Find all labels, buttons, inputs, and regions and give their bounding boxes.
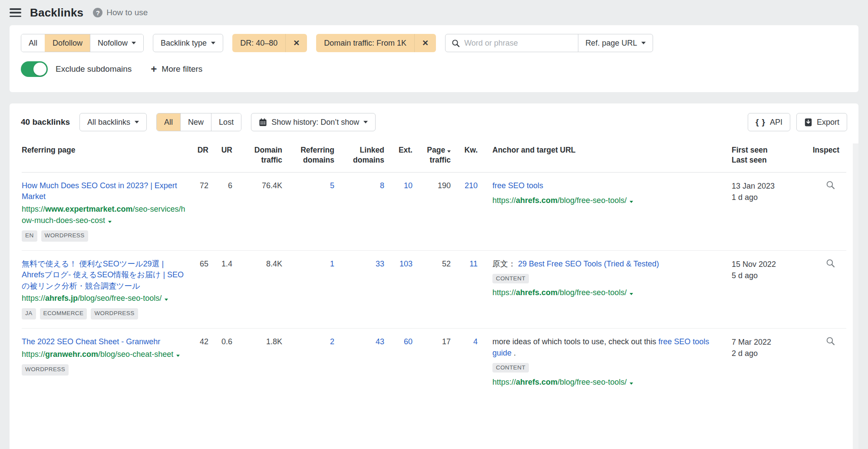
- anchor-cell: 原文： 29 Best Free SEO Tools (Tried & Test…: [478, 250, 727, 329]
- url-expand-icon[interactable]: [630, 293, 633, 295]
- backlinks-table-wrap: Referring page DR UR Domaintraffic Refer…: [10, 142, 858, 396]
- col-seen[interactable]: First seenLast seen: [727, 142, 810, 172]
- segment-state-new[interactable]: New: [180, 113, 211, 131]
- referring-domains-link[interactable]: 2: [330, 337, 334, 346]
- segment-dofollow[interactable]: Dofollow: [45, 34, 90, 52]
- state-segmented-control: All New Lost: [156, 113, 241, 131]
- url-expand-icon[interactable]: [630, 201, 633, 203]
- url-expand-icon[interactable]: [108, 221, 112, 223]
- anchor-link[interactable]: 29 Best Free SEO Tools (Tried & Tested): [518, 259, 659, 268]
- how-to-use-link[interactable]: ? How to use: [93, 8, 148, 17]
- inspect-icon[interactable]: [826, 336, 835, 346]
- referring-page-cell: How Much Does SEO Cost in 2023? | Expert…: [22, 172, 187, 250]
- dr-cell: 72: [187, 172, 208, 250]
- referring-page-link[interactable]: 無料で使える！ 便利なSEOツール29選 | Ahrefsブログ- 使えるSEO…: [22, 259, 187, 292]
- url-expand-icon[interactable]: [630, 382, 633, 385]
- referring-domains-link[interactable]: 5: [330, 181, 334, 190]
- filter-chip-dr-label[interactable]: DR: 40–80: [232, 39, 285, 48]
- table-row: 無料で使える！ 便利なSEOツール29選 | Ahrefsブログ- 使えるSEO…: [22, 250, 846, 329]
- target-url[interactable]: https://ahrefs.com/blog/free-seo-tools/: [492, 287, 727, 298]
- segment-state-lost[interactable]: Lost: [211, 113, 241, 131]
- language-badge: EN: [22, 230, 37, 242]
- filter-chip-domain-traffic-label[interactable]: Domain traffic: From 1K: [316, 39, 414, 48]
- referring-page-cell: 無料で使える！ 便利なSEOツール29選 | Ahrefsブログ- 使えるSEO…: [22, 250, 187, 329]
- referring-domains-cell: 5: [282, 172, 334, 250]
- linked-domains-link[interactable]: 33: [376, 259, 384, 268]
- calendar-icon: [259, 118, 267, 126]
- badges: WORDPRESS: [22, 364, 187, 376]
- backlinks-view-dropdown[interactable]: All backlinks: [79, 113, 147, 131]
- col-dr[interactable]: DR: [187, 142, 208, 172]
- inspect-icon[interactable]: [826, 259, 835, 268]
- col-ur[interactable]: UR: [208, 142, 232, 172]
- table-header-row: Referring page DR UR Domaintraffic Refer…: [22, 142, 846, 172]
- ext-link[interactable]: 60: [404, 337, 413, 346]
- segment-state-all[interactable]: All: [157, 113, 180, 131]
- linked-domains-cell: 33: [334, 250, 384, 329]
- linked-domains-link[interactable]: 43: [376, 337, 384, 346]
- braces-icon: { }: [756, 117, 766, 127]
- anchor-prefix: 原文：: [492, 259, 516, 268]
- exclude-subdomains-toggle[interactable]: [21, 61, 48, 77]
- target-url[interactable]: https://ahrefs.com/blog/free-seo-tools/: [492, 195, 727, 206]
- referring-page-url[interactable]: https://www.expertmarket.com/seo-service…: [22, 203, 187, 226]
- target-url[interactable]: https://ahrefs.com/blog/free-seo-tools/: [492, 376, 727, 388]
- last-seen: 5 d ago: [732, 270, 810, 281]
- url-expand-icon[interactable]: [165, 299, 168, 301]
- badges: EN WORDPRESS: [22, 230, 187, 242]
- remove-domain-traffic-filter-icon[interactable]: ✕: [414, 34, 436, 52]
- domain-traffic-cell: 76.4K: [232, 172, 282, 250]
- scrollbar-track[interactable]: [853, 143, 858, 449]
- linked-domains-link[interactable]: 8: [380, 181, 384, 190]
- platform-badge: WORDPRESS: [91, 308, 138, 319]
- show-history-dropdown[interactable]: Show history: Don’t show: [251, 113, 376, 131]
- col-anchor[interactable]: Anchor and target URL: [478, 142, 727, 172]
- how-to-use-label: How to use: [106, 8, 148, 17]
- platform-badge: WORDPRESS: [41, 230, 88, 242]
- ext-cell: 10: [384, 172, 413, 250]
- api-button[interactable]: { } API: [748, 113, 790, 131]
- remove-dr-filter-icon[interactable]: ✕: [285, 34, 307, 52]
- ext-link[interactable]: 103: [399, 259, 413, 268]
- anchor-prefix: more ideas of which tools to use, check …: [492, 337, 656, 346]
- col-page-traffic[interactable]: Page traffic: [413, 142, 451, 172]
- referring-page-url[interactable]: https://granwehr.com/blog/seo-cheat-shee…: [22, 349, 187, 360]
- referring-page-link[interactable]: How Much Does SEO Cost in 2023? | Expert…: [22, 180, 187, 203]
- linked-domains-cell: 43: [334, 329, 384, 396]
- dr-cell: 42: [187, 329, 208, 396]
- segment-all[interactable]: All: [21, 34, 45, 52]
- referring-domains-cell: 2: [282, 329, 334, 396]
- col-kw[interactable]: Kw.: [451, 142, 478, 172]
- export-button[interactable]: Export: [796, 113, 847, 131]
- search-scope-dropdown[interactable]: Ref. page URL: [578, 34, 653, 52]
- menu-icon[interactable]: [10, 8, 21, 17]
- inspect-icon[interactable]: [826, 180, 835, 190]
- backlink-type-dropdown[interactable]: Backlink type: [153, 34, 223, 52]
- col-inspect: Inspect: [810, 142, 846, 172]
- segment-nofollow[interactable]: Nofollow: [90, 34, 143, 52]
- language-badge: JA: [22, 308, 36, 319]
- col-referring-page[interactable]: Referring page: [22, 142, 187, 172]
- kw-link[interactable]: 11: [469, 259, 478, 268]
- first-seen: 15 Nov 2022: [732, 259, 810, 270]
- search-input[interactable]: [464, 39, 572, 48]
- kw-link[interactable]: 210: [465, 181, 478, 190]
- chevron-down-icon: [211, 42, 215, 44]
- ext-link[interactable]: 10: [404, 181, 413, 190]
- url-expand-icon[interactable]: [176, 355, 180, 357]
- anchor-link[interactable]: free SEO tools: [492, 181, 543, 190]
- kw-link[interactable]: 4: [473, 337, 478, 346]
- inspect-cell: [810, 329, 846, 396]
- col-linked-domains[interactable]: Linkeddomains: [334, 142, 384, 172]
- ur-cell: 6: [208, 172, 232, 250]
- referring-page-url[interactable]: https://ahrefs.jp/blog/seo/free-seo-tool…: [22, 293, 187, 304]
- col-domain-traffic[interactable]: Domaintraffic: [232, 142, 282, 172]
- anchor-suffix: .: [512, 349, 516, 357]
- referring-page-link[interactable]: The 2022 SEO Cheat Sheet - Granwehr: [22, 336, 187, 348]
- col-ext[interactable]: Ext.: [384, 142, 413, 172]
- badges: JA ECOMMERCE WORDPRESS: [22, 308, 187, 319]
- referring-domains-link[interactable]: 1: [330, 259, 334, 268]
- more-filters-button[interactable]: + More filters: [151, 64, 202, 74]
- col-referring-domains[interactable]: Referringdomains: [282, 142, 334, 172]
- kw-cell: 4: [451, 329, 478, 396]
